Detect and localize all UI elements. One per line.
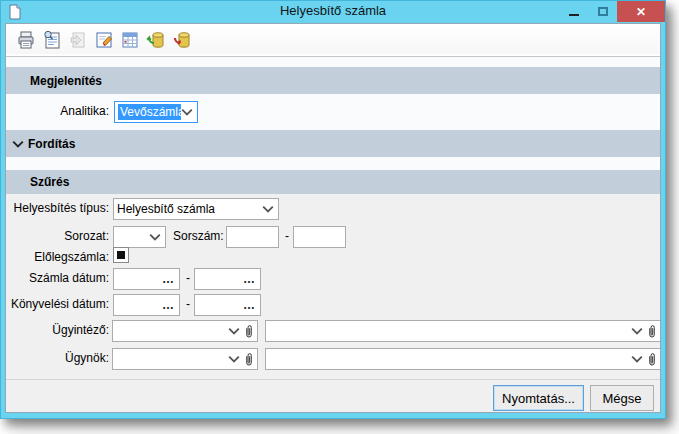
range-dash: - <box>186 297 190 311</box>
section-header-translation[interactable]: Fordítás <box>6 130 660 157</box>
paperclip-icon[interactable] <box>647 352 657 367</box>
correction-type-combobox[interactable]: Helyesbítő számla <box>113 198 279 220</box>
paperclip-icon[interactable] <box>244 352 254 367</box>
chevron-down-icon <box>631 355 643 363</box>
print-preview-icon[interactable] <box>40 28 64 52</box>
database-import-icon[interactable] <box>144 28 168 52</box>
chevron-down-icon <box>181 108 193 116</box>
advance-invoice-checkbox[interactable] <box>113 247 129 263</box>
range-dash: - <box>186 271 190 285</box>
table-icon[interactable] <box>118 28 142 52</box>
button-bar: Nyomtatás... Mégse <box>6 379 660 412</box>
invoice-date-from-picker-button[interactable]: … <box>113 268 180 290</box>
serial-to-input[interactable] <box>293 226 346 248</box>
agent-name-combobox[interactable] <box>265 348 661 370</box>
analytics-label: Analitika: <box>6 104 109 118</box>
close-button[interactable]: ✕ <box>617 1 665 22</box>
series-label: Sorozat: <box>6 229 109 243</box>
print-button[interactable]: Nyomtatás... <box>493 385 584 411</box>
chevron-down-icon <box>12 139 24 149</box>
section-title: Fordítás <box>28 137 75 151</box>
export-disabled-icon <box>66 28 90 52</box>
minimize-button[interactable] <box>559 1 588 22</box>
invoice-date-label: Számla dátum: <box>6 271 109 285</box>
client-area: Megjelenítés Analitika: Vevőszámla Fordí… <box>5 23 661 413</box>
maximize-button[interactable] <box>588 1 617 22</box>
series-combobox[interactable] <box>113 226 166 248</box>
clerk-combobox[interactable] <box>112 320 258 342</box>
agent-combobox[interactable] <box>112 348 258 370</box>
analytics-selected-value: Vevőszámla <box>118 104 181 120</box>
paperclip-icon[interactable] <box>244 324 254 339</box>
analytics-combobox[interactable]: Vevőszámla <box>114 101 198 123</box>
section-header-display: Megjelenítés <box>6 67 660 94</box>
database-export-icon[interactable] <box>170 28 194 52</box>
edit-icon[interactable] <box>92 28 116 52</box>
serial-from-input[interactable] <box>226 226 279 248</box>
chevron-down-icon <box>262 205 274 213</box>
chevron-down-icon <box>149 233 161 241</box>
advance-invoice-label: Előlegszámla: <box>6 250 109 264</box>
range-dash: - <box>285 229 289 243</box>
section-title: Megjelenítés <box>30 74 102 88</box>
screen: Helyesbítő számla ✕ <box>0 0 679 434</box>
serial-label: Sorszám: <box>173 229 224 243</box>
invoice-date-to-picker-button[interactable]: … <box>194 268 261 290</box>
dialog-window: Helyesbítő számla ✕ <box>0 0 666 419</box>
chevron-down-icon <box>228 327 240 335</box>
accounting-date-label: Könyvelési dátum: <box>6 297 109 311</box>
paperclip-icon[interactable] <box>647 324 657 339</box>
content: Megjelenítés Analitika: Vevőszámla Fordí… <box>6 57 660 412</box>
toolbar <box>6 24 660 57</box>
clerk-name-combobox[interactable] <box>265 320 661 342</box>
accounting-date-from-picker-button[interactable]: … <box>113 294 180 316</box>
correction-type-value: Helyesbítő számla <box>117 202 215 216</box>
filter-form: Helyesbítés típus: Helyesbítő számla Sor… <box>6 194 660 379</box>
section-title: Szűrés <box>30 175 69 189</box>
cancel-button[interactable]: Mégse <box>590 385 654 411</box>
chevron-down-icon <box>631 327 643 335</box>
correction-type-label: Helyesbítés típus: <box>6 201 109 215</box>
agent-label: Ügynök: <box>6 351 109 365</box>
accounting-date-to-picker-button[interactable]: … <box>194 294 261 316</box>
clerk-label: Ügyintéző: <box>6 323 109 337</box>
print-icon[interactable] <box>14 28 38 52</box>
checkbox-mixed-mark <box>117 251 125 259</box>
chevron-down-icon <box>228 355 240 363</box>
titlebar: Helyesbítő számla ✕ <box>1 1 665 23</box>
section-header-filter: Szűrés <box>6 170 660 194</box>
